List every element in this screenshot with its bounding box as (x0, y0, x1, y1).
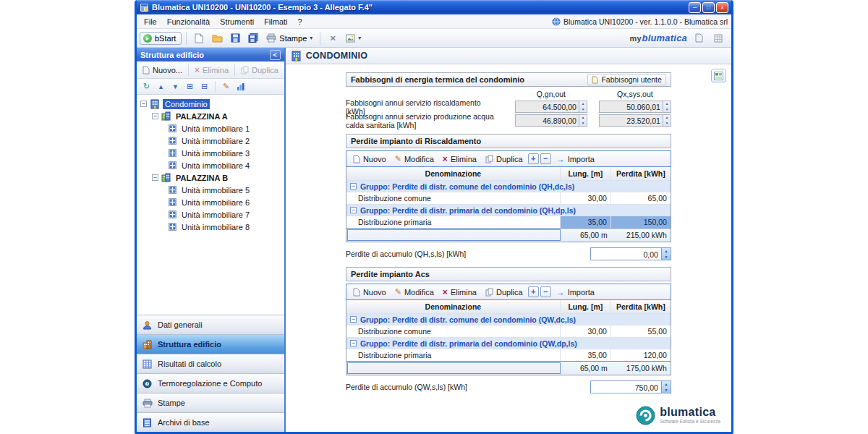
riscaldamento-qgnout-field[interactable]: 64.500,00 ▲▼ (515, 101, 587, 113)
sidebar-duplica-button[interactable]: Duplica (237, 64, 282, 76)
modifica-button[interactable]: ✎Modifica (391, 154, 438, 164)
duplica-button[interactable]: Duplica (482, 287, 527, 297)
elimina-button[interactable]: ×Elimina (439, 287, 480, 297)
tree-item-condominio[interactable]: − Condominio (137, 98, 284, 110)
new-document-button[interactable] (191, 30, 207, 46)
group-row-comune[interactable]: − Gruppo: Perdite di distr. comune del c… (346, 313, 671, 325)
col-lunghezza[interactable]: Lung. [m] (561, 167, 611, 180)
group-row-primaria[interactable]: − Gruppo: Perdite di distr. primaria del… (346, 204, 671, 216)
save-all-button[interactable] (245, 30, 261, 46)
tree-item-palazzina-b[interactable]: − PALAZZINA B (137, 171, 284, 184)
fabbisogni-utente-button[interactable]: Fabbisogni utente (587, 74, 665, 85)
spinner[interactable]: ▲▼ (663, 101, 671, 112)
riscaldamento-section-header: Perdite impianto di Riscaldamento (346, 134, 671, 148)
expand-all-button[interactable]: ⊞ (184, 81, 195, 92)
collapse-group-icon[interactable]: − (350, 183, 357, 190)
spinner[interactable]: ▲▼ (661, 248, 671, 260)
col-perdita[interactable]: Perdita [kWh] (611, 300, 671, 313)
nav-risultati-di-calcolo[interactable]: Risultati di calcolo (137, 354, 284, 373)
collapse-groups-button[interactable]: − (540, 153, 551, 164)
expand-groups-button[interactable]: + (528, 153, 539, 164)
collapse-sidebar-button[interactable]: < (270, 50, 281, 60)
graphics-button[interactable]: ▾ (343, 33, 364, 44)
nav-struttura-edificio[interactable]: Struttura edificio (137, 334, 284, 354)
unit-icon (169, 137, 176, 145)
collapse-node-icon[interactable]: − (140, 101, 147, 107)
collapse-node-icon[interactable]: − (152, 174, 158, 181)
acs-qgnout-field[interactable]: 46.890,00 ▲▼ (515, 114, 587, 127)
menu-item-filmati[interactable]: Filmati (259, 15, 292, 28)
sidebar-nuovo-button[interactable]: Nuovo... (139, 64, 186, 76)
elimina-button[interactable]: ×Elimina (439, 154, 480, 164)
move-down-button[interactable]: ▼ (170, 81, 181, 92)
tree-item-unita-6[interactable]: Unità immobiliare 6 (137, 196, 284, 208)
nav-archivi-di-base[interactable]: Archivi di base (137, 412, 284, 432)
grid-shortcut-button[interactable] (710, 30, 726, 46)
move-up-button[interactable]: ▲ (156, 81, 166, 92)
tree-item-unita-8[interactable]: Unità immobiliare 8 (137, 221, 284, 233)
tree-item-unita-3[interactable]: Unità immobiliare 3 (137, 147, 284, 159)
menu-item-file[interactable]: File (139, 15, 162, 28)
collapse-group-icon[interactable]: − (350, 316, 357, 323)
open-folder-button[interactable] (209, 30, 225, 46)
spinner[interactable]: ▲▼ (579, 115, 587, 126)
tools-button[interactable]: × (325, 30, 341, 46)
menu-item-help[interactable]: ? (293, 15, 307, 28)
tree-item-unita-4[interactable]: Unità immobiliare 4 (137, 159, 284, 171)
layout-toggle-button[interactable] (711, 69, 726, 82)
col-perdita[interactable]: Perdita [kWh] (611, 167, 671, 180)
bstart-button[interactable]: ▶ bStart (140, 32, 182, 45)
table-row-distribuzione-comune[interactable]: Distribuzione comune 30,00 55,00 (346, 325, 671, 337)
sidebar-elimina-button[interactable]: × Elimina (191, 64, 232, 76)
nav-termoregolazione[interactable]: Termoregolazione e Computo (137, 373, 284, 393)
page-shortcut-button[interactable] (691, 30, 707, 46)
table-row-distribuzione-primaria[interactable]: Distribuzione primaria 35,00 150,00 (346, 216, 671, 228)
spinner[interactable]: ▲▼ (661, 381, 671, 393)
nav-dati-generali[interactable]: Dati generali (137, 315, 284, 334)
tree-item-unita-7[interactable]: Unità immobiliare 7 (137, 208, 284, 221)
group-label: Gruppo: Perdite di distr. primaria del c… (360, 339, 577, 348)
modifica-button[interactable]: ✎Modifica (391, 287, 438, 297)
refresh-tree-button[interactable]: ↻ (141, 81, 152, 92)
duplica-button[interactable]: Duplica (482, 154, 527, 164)
collapse-all-button[interactable]: ⊟ (199, 81, 210, 92)
table-row-distribuzione-primaria[interactable]: Distribuzione primaria 35,00 120,00 (346, 349, 671, 361)
table-row-distribuzione-comune[interactable]: Distribuzione comune 30,00 65,00 (346, 192, 671, 204)
tree-item-palazzina-a[interactable]: − PALAZZINA A (137, 110, 284, 122)
accumulo-acs-field[interactable]: 750,00 ▲▼ (590, 380, 671, 393)
group-row-comune[interactable]: − Gruppo: Perdite di distr. comune del c… (346, 180, 671, 192)
tree-item-unita-2[interactable]: Unità immobiliare 2 (137, 135, 284, 147)
edit-button[interactable]: ✎ (221, 81, 231, 92)
collapse-group-icon[interactable]: − (350, 207, 357, 213)
group-row-primaria[interactable]: − Gruppo: Perdite di distr. primaria del… (346, 337, 671, 349)
menu-item-strumenti[interactable]: Strumenti (215, 15, 259, 28)
collapse-group-icon[interactable]: − (350, 340, 357, 346)
tree-item-unita-5[interactable]: Unità immobiliare 5 (137, 184, 284, 196)
acs-qxsysout-field[interactable]: 23.520,01 ▲▼ (599, 114, 671, 127)
close-button[interactable]: × (716, 2, 728, 13)
maximize-button[interactable]: □ (702, 2, 715, 13)
spinner[interactable]: ▲▼ (663, 115, 671, 126)
col-lunghezza[interactable]: Lung. [m] (561, 300, 611, 313)
tree-item-unita-1[interactable]: Unità immobiliare 1 (137, 122, 284, 135)
importa-button[interactable]: →Importa (553, 154, 598, 164)
spinner[interactable]: ▲▼ (579, 101, 587, 112)
accumulo-riscaldamento-field[interactable]: 0,00 ▲▼ (590, 247, 671, 260)
nuovo-button[interactable]: Nuovo (349, 287, 390, 297)
stampe-button[interactable]: Stampe ▾ (263, 32, 315, 44)
chart-button[interactable] (235, 81, 246, 92)
nuovo-button[interactable]: Nuovo (349, 154, 390, 164)
collapse-groups-button[interactable]: − (540, 286, 551, 297)
col-denominazione[interactable]: Denominazione (346, 167, 561, 180)
menu-item-funzionalita[interactable]: Funzionalità (162, 15, 215, 28)
save-button[interactable] (227, 30, 243, 46)
collapse-node-icon[interactable]: − (152, 113, 158, 119)
expand-groups-button[interactable]: + (528, 286, 539, 297)
col-denominazione[interactable]: Denominazione (346, 300, 561, 313)
riscaldamento-qxsysout-field[interactable]: 50.060,01 ▲▼ (599, 101, 671, 113)
nav-stampe[interactable]: Stampe (137, 393, 284, 412)
page-title: CONDOMINIO (306, 51, 368, 61)
importa-button[interactable]: →Importa (553, 287, 598, 297)
unit-icon (169, 223, 176, 231)
minimize-button[interactable]: ─ (689, 2, 701, 13)
